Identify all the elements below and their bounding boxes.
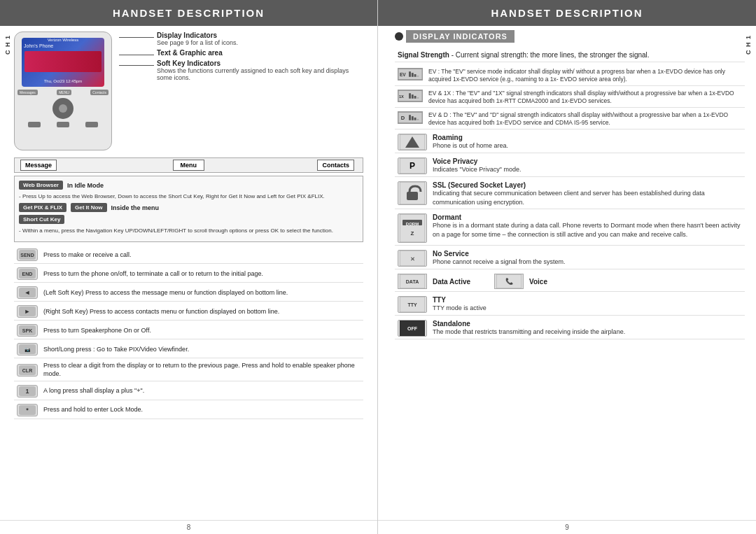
svg-text:OFF: OFF (407, 326, 418, 331)
clr-key-icon: CLR (17, 364, 38, 377)
no-service-text: No Service Phone cannot receive a signal… (433, 250, 742, 267)
key-row-star: * Press and hold to enter Lock Mode. (14, 402, 363, 419)
svg-text:📷: 📷 (24, 346, 31, 353)
display-indicators-header: DISPLAY INDICATORS (395, 30, 745, 43)
key-row-left-soft: ◄ (Left Soft Key) Press to access the me… (14, 284, 363, 302)
data-active-label: Data Active (433, 278, 489, 286)
dormant-text: Dormant Phone is in a dormant state duri… (433, 213, 742, 239)
right-content-area: DISPLAY INDICATORS Signal Strength - Cur… (378, 26, 756, 520)
tty-text: TTY TTY mode is active (433, 296, 742, 313)
1x-icon: 1X (398, 90, 423, 102)
1x-indicator: 1X EV & 1X : The "EV" and "1X" signal st… (395, 87, 745, 108)
ev-indicator: EV EV : The "EV" service mode indicator … (395, 66, 745, 86)
d-icon: D (398, 111, 423, 124)
no-service-icon: ✕ (398, 250, 427, 267)
phone-bottom-buttons (15, 122, 111, 127)
tty-title: TTY (433, 296, 742, 304)
dormant-icon: DORMZ (398, 213, 427, 243)
cam-key-icon: 📷 (17, 343, 38, 356)
ssl-icon (398, 181, 427, 205)
standalone-title: Standalone (433, 320, 742, 328)
get-it-now-btn: Get It Now (71, 203, 107, 212)
svg-rect-34 (414, 118, 416, 120)
no-service-desc: Phone cannot receive a signal from the s… (433, 258, 742, 267)
spk-key-desc: Press to turn Speakerphone On or Off. (43, 327, 151, 335)
softkey-contacts: Contacts (90, 90, 108, 95)
dormant-title: Dormant (433, 213, 742, 221)
star-key-icon: * (17, 404, 38, 416)
svg-rect-26 (409, 93, 411, 99)
left-content-area: Verizon Wireless John's Phone Thu, Oct23… (0, 26, 377, 520)
phone-name: John's Phone (22, 42, 104, 50)
svg-text:📞: 📞 (505, 277, 514, 286)
key-row-send: SEND Press to make or receive a call. (14, 246, 363, 264)
voice-privacy-text: Voice Privacy Indicates "Voice Privacy" … (433, 157, 742, 174)
inside-menu-title: Inside the menu (111, 204, 160, 211)
star-key-desc: Press and hold to enter Lock Mode. (43, 406, 143, 414)
left-soft-key-desc: (Left Soft Key) Press to access the mess… (43, 289, 288, 297)
roaming-desc: Phone is out of home area. (433, 141, 742, 150)
ssl-title: SSL (Secured Socket Layer) (433, 181, 742, 189)
function-box-top-row: Web Browser In Idle Mode - Press Up to a… (19, 181, 358, 234)
menu-label: Menu (173, 160, 205, 171)
page-container: HANDSET DESCRIPTION C H 1 Verizon Wirele… (0, 0, 756, 534)
short-cut-btn: Short Cut Key (19, 215, 64, 224)
svg-text:►: ► (24, 308, 31, 315)
svg-rect-20 (409, 71, 411, 77)
svg-rect-21 (412, 73, 414, 77)
svg-rect-28 (414, 96, 416, 99)
phone-softkeys-row: Messages MENU Contacts (15, 90, 111, 95)
dormant-row: DORMZ Dormant Phone is in a dormant stat… (395, 211, 745, 246)
end-key-desc: Press to turn the phone on/off, to termi… (43, 270, 263, 279)
svg-text:1: 1 (25, 388, 29, 395)
key-1-desc: A long press shall display a plus "+". (43, 387, 144, 395)
send-key-icon: SEND (17, 248, 38, 261)
roaming-row: Roaming Phone is out of home area. (395, 132, 745, 153)
signal-strength-text: Signal Strength - Current signal strengt… (398, 51, 742, 59)
voice-privacy-icon: P (398, 157, 427, 174)
inside-menu-desc: - Within a menu, press the Navigation Ke… (19, 227, 358, 234)
svg-rect-41 (407, 192, 418, 200)
svg-text:END: END (22, 272, 33, 276)
right-ch-label: C H 1 (745, 35, 752, 55)
soft-key-label: Soft Key Indicators (157, 59, 363, 67)
signal-strength-bold: Signal Strength (398, 51, 449, 59)
d-indicator: D EV & D : The "EV" and "D" signal stren… (395, 109, 745, 129)
label-display-indicators: Display Indicators See page 9 for a list… (119, 31, 363, 46)
data-voice-row: DATA Data Active 📞 Voice (395, 272, 745, 292)
d-desc: EV & D : The "EV" and "D" signal strengt… (428, 111, 742, 127)
key-row-right-soft: ► (Right Soft Key) Press to access conta… (14, 303, 363, 321)
phone-image: Verizon Wireless John's Phone Thu, Oct23… (14, 31, 112, 150)
voice-label: Voice (529, 278, 547, 286)
tty-desc: TTY mode is active (433, 304, 742, 313)
standalone-text: Standalone The mode that restricts trans… (433, 320, 742, 337)
voice-icon: 📞 (494, 274, 524, 289)
tty-row: TTY TTY TTY mode is active (395, 294, 745, 316)
display-indicators-sub: See page 9 for a list of icons. (157, 39, 238, 46)
svg-rect-42 (400, 214, 425, 242)
phone-screen: Verizon Wireless John's Phone Thu, Oct23… (22, 38, 104, 87)
message-label: Message (20, 160, 57, 171)
signal-strength-row: Signal Strength - Current signal strengt… (395, 48, 745, 62)
standalone-row: OFF Standalone The mode that restricts t… (395, 318, 745, 339)
left-header: HANDSET DESCRIPTION (0, 0, 377, 26)
tty-icon: TTY (398, 296, 427, 313)
text-graphic-label: Text & Graphic area (157, 49, 223, 57)
svg-rect-29 (416, 97, 419, 99)
indicator-rows: Signal Strength - Current signal strengt… (395, 48, 745, 516)
right-soft-key-desc: (Right Soft Key) Press to access contact… (43, 308, 279, 316)
voice-privacy-title: Voice Privacy (433, 157, 742, 165)
right-header: HANDSET DESCRIPTION (378, 0, 756, 26)
softkey-messages: Messages (18, 90, 38, 95)
standalone-icon: OFF (398, 320, 427, 337)
phone-labels-bar: Message Menu Contacts (14, 157, 363, 173)
key-row-end: END Press to turn the phone on/off, to t… (14, 265, 363, 283)
svg-text:TTY: TTY (407, 302, 417, 307)
svg-rect-27 (412, 94, 414, 99)
ssl-desc: Indicating that secure communication bet… (433, 189, 742, 206)
ev-icon: EV (398, 68, 423, 80)
svg-rect-33 (412, 116, 414, 120)
standalone-desc: The mode that restricts transmitting and… (433, 328, 742, 337)
function-box: Web Browser In Idle Mode - Press Up to a… (14, 176, 363, 242)
phone-nav-pad (52, 98, 74, 119)
